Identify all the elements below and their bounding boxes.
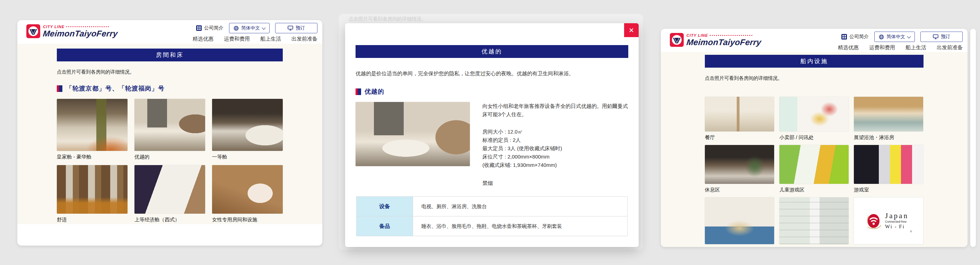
facility-photo-kids [780, 145, 849, 184]
spec-room-size: 房间大小 : 12.0㎡ [482, 128, 628, 136]
partial-window-edge [970, 29, 976, 247]
modal-section-heading: 优越的 [356, 88, 628, 96]
modal-section-label: 优越的 [364, 88, 384, 96]
language-button[interactable]: 简体中文 [874, 32, 915, 42]
main-nav: 精选优惠 运费和费用 船上生活 出发前准备 [838, 45, 963, 51]
globe-icon [879, 34, 884, 40]
desktop-background: CITY LINE MeimonTaiyoFerry 公司简介 简体中文 [0, 0, 980, 265]
nav-link-onboard[interactable]: 船上生活 [905, 45, 926, 51]
chevron-down-icon [262, 26, 266, 29]
facility-grid-row-2: 休息区 儿童游戏区 游戏室 [705, 145, 924, 193]
facility-caption: 游戏室 [854, 187, 923, 193]
room-photo-royal [57, 99, 127, 151]
booking-label: 预订 [941, 34, 950, 40]
page-title: 房間和床 [57, 49, 283, 61]
header-controls: 公司简介 简体中文 预订 精选优惠 运费和费用 船上生活 [838, 32, 963, 51]
section-bullet [356, 88, 361, 95]
room-card-royal[interactable]: 皇家舱 - 豪华舱 [57, 99, 127, 160]
company-info-link[interactable]: 公司简介 [196, 25, 224, 31]
facility-card-vending[interactable] [705, 197, 774, 244]
wifi-text-wifi: Wi - Fi [885, 224, 908, 230]
room-photo-first-class [212, 99, 283, 151]
room-caption: 女性专用房间和设施 [212, 216, 283, 223]
facility-photo-restaurant [705, 97, 774, 131]
nav-link-fares[interactable]: 运费和费用 [224, 36, 250, 42]
nav-link-prepare[interactable]: 出发前准备 [291, 36, 317, 42]
facility-photo-gameroom [854, 145, 923, 184]
room-specs: 房间大小 : 12.0㎡ 标准的定员 : 2人 最大定员 : 3人 (使用收藏式… [482, 128, 628, 169]
nav-link-deals[interactable]: 精选优惠 [192, 36, 213, 42]
facility-photo-bath [854, 97, 923, 131]
equipment-table: 设备 电视、厕所、淋浴房、洗脸台 备品 睡衣、浴巾、脸用毛巾、拖鞋、电烧水壶和茶… [356, 196, 628, 236]
facility-card-wifi[interactable]: Japan Connected-free Wi - Fi ® [854, 197, 923, 244]
no-smoking-label: 禁烟 [482, 179, 628, 187]
booking-button[interactable]: 预订 [275, 23, 317, 33]
booking-button[interactable]: 预订 [920, 32, 963, 42]
monitor-icon [933, 34, 939, 39]
room-card-comfort[interactable]: 舒适 [57, 165, 127, 223]
room-grid-row-2: 舒适 上等经济舱（西式） 女性专用房间和设施 [57, 165, 283, 223]
brand-emblem [26, 24, 40, 38]
section-bullet [57, 85, 62, 92]
facility-caption: 休息区 [705, 187, 774, 193]
wifi-text-japan: Japan [885, 212, 908, 220]
company-info-link[interactable]: 公司简介 [842, 34, 869, 40]
room-photo-women [212, 165, 283, 214]
brand-text: CITY LINE MeimonTaiyoFerry [686, 34, 761, 46]
hint-text: 点击照片可看到各房间的详细情况。 [705, 75, 924, 81]
facility-photo-shop [780, 97, 849, 131]
grid-icon [842, 34, 847, 40]
brand-name: MeimonTaiyoFerry [43, 29, 118, 38]
room-detail-modal: ✕ 优越的 优越的是价位适当的单间，完全保护您的隐私，让您度过安心的夜晚。优越的… [345, 23, 639, 247]
facility-caption: 小卖部 / 问讯处 [780, 134, 849, 141]
nav-link-deals[interactable]: 精选优惠 [838, 45, 859, 51]
room-photo-superior [134, 99, 205, 151]
facility-photo-lounge [705, 145, 774, 184]
facility-card-bath[interactable]: 展望浴池・淋浴房 [854, 97, 923, 141]
language-button[interactable]: 简体中文 [229, 23, 270, 33]
language-label: 简体中文 [241, 25, 260, 31]
facility-grid-row-3: Japan Connected-free Wi - Fi ® [705, 197, 924, 244]
room-card-first-class[interactable]: 一等舱 [212, 99, 283, 160]
page-title: 船内设施 [705, 55, 924, 68]
cityline-text: CITY LINE [686, 34, 708, 37]
wifi-logo-card: Japan Connected-free Wi - Fi ® [854, 197, 923, 244]
header-controls: 公司简介 简体中文 预订 精选优惠 运费和费用 船上生活 [192, 23, 317, 42]
wifi-icon [865, 212, 881, 230]
cityline-text: CITY LINE [43, 25, 64, 29]
modal-body: 优越的是价位适当的单间，完全保护您的隐私，让您度过安心的夜晚。优越的有卫生间和淋… [345, 70, 639, 236]
nav-link-onboard[interactable]: 船上生活 [260, 36, 281, 42]
table-label: 备品 [356, 216, 413, 236]
brand-text: CITY LINE MeimonTaiyoFerry [43, 25, 118, 38]
language-label: 简体中文 [886, 34, 905, 40]
facility-card-restaurant[interactable]: 餐厅 [705, 97, 774, 141]
facility-card-shop[interactable]: 小卖部 / 问讯处 [780, 97, 849, 141]
globe-icon [234, 26, 239, 31]
table-value: 电视、厕所、淋浴房、洗脸台 [413, 197, 627, 216]
room-card-economy[interactable]: 上等经济舱（西式） [134, 165, 205, 223]
left-browser-window: CITY LINE MeimonTaiyoFerry 公司简介 简体中文 [18, 20, 322, 246]
modal-figure-row: 向女性小组和老年旅客推荐设备齐全的日式优越的。用鉑爾曼式床可能3个人住在。 房间… [356, 102, 628, 187]
monitor-icon [288, 26, 293, 30]
facility-card-gameroom[interactable]: 游戏室 [854, 145, 923, 193]
modal-title: 优越的 [356, 45, 628, 58]
nav-link-fares[interactable]: 运费和费用 [869, 45, 895, 51]
facility-card-lockers[interactable] [780, 197, 849, 244]
room-card-women[interactable]: 女性专用房间和设施 [212, 165, 283, 223]
table-row-amenities: 备品 睡衣、浴巾、脸用毛巾、拖鞋、电烧水壶和茶碗茶杯、牙刷套装 [356, 216, 627, 236]
facility-card-lounge[interactable]: 休息区 [705, 145, 774, 193]
room-caption: 皇家舱 - 豪华舱 [57, 154, 127, 160]
room-card-superior[interactable]: 优越的 [134, 99, 205, 160]
ship-section-heading: 「轮渡京都」号、「轮渡福岗」号 [57, 84, 283, 93]
nav-link-prepare[interactable]: 出发前准备 [937, 45, 963, 51]
grid-icon [196, 26, 202, 31]
brand-logo[interactable]: CITY LINE MeimonTaiyoFerry [670, 33, 761, 47]
facility-card-kids[interactable]: 儿童游戏区 [780, 145, 849, 193]
facility-caption: 展望浴池・淋浴房 [854, 134, 923, 141]
cityline-underline [710, 35, 752, 36]
brand-logo[interactable]: CITY LINE MeimonTaiyoFerry [26, 24, 118, 38]
room-photo-economy [134, 165, 205, 214]
table-value: 睡衣、浴巾、脸用毛巾、拖鞋、电烧水壶和茶碗茶杯、牙刷套装 [413, 216, 627, 236]
close-icon: ✕ [628, 26, 634, 34]
close-button[interactable]: ✕ [624, 23, 639, 37]
